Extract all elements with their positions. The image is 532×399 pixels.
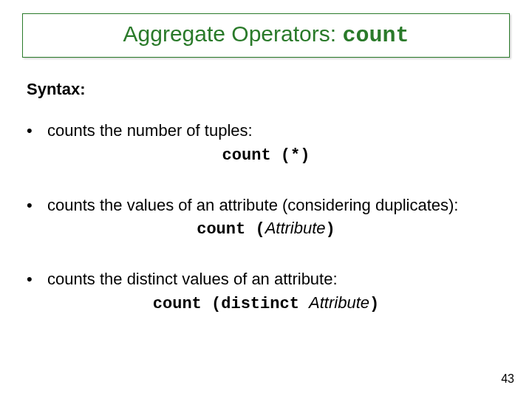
code-mono: count (distinct: [153, 295, 309, 313]
code-line: count (*): [0, 145, 532, 165]
title-mono: count: [342, 23, 409, 48]
bullet-icon: •: [27, 120, 47, 142]
code-mono-post: ): [369, 295, 379, 313]
page-number: 43: [501, 372, 514, 386]
title-prefix: Aggregate Operators:: [123, 21, 343, 46]
bullet-text: counts the distinct values of an attribu…: [47, 268, 532, 290]
code-ital: Attribute: [265, 219, 326, 237]
code-mono: count (*): [222, 146, 310, 165]
code-mono: count (: [197, 220, 265, 239]
bullet-icon: •: [27, 268, 47, 290]
syntax-label: Syntax:: [27, 80, 532, 99]
content-area: • counts the number of tuples: count (*)…: [0, 120, 532, 313]
code-mono-post: ): [326, 220, 335, 239]
list-item: • counts the values of an attribute (con…: [27, 194, 532, 216]
bullet-text: counts the values of an attribute (consi…: [47, 194, 532, 216]
title-box: Aggregate Operators: count: [22, 13, 510, 58]
code-line: count (distinct Attribute): [0, 293, 532, 313]
bullet-text: counts the number of tuples:: [47, 120, 532, 142]
list-item: • counts the number of tuples:: [27, 120, 532, 142]
code-ital: Attribute: [309, 293, 369, 312]
code-line: count (Attribute): [0, 219, 532, 239]
bullet-icon: •: [27, 194, 47, 216]
list-item: • counts the distinct values of an attri…: [27, 268, 532, 290]
